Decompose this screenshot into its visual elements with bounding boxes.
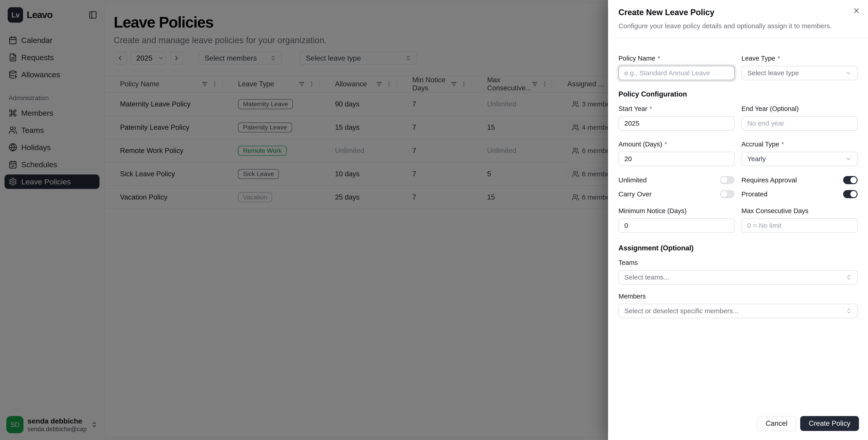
minimum-notice-field: Minimum Notice (Days) xyxy=(618,207,735,233)
field-label: Members xyxy=(618,293,646,300)
switch-knob xyxy=(850,177,857,183)
required-asterisk: * xyxy=(649,105,652,113)
prorated-switch[interactable] xyxy=(843,190,858,198)
prorated-toggle-row: Prorated xyxy=(741,190,858,198)
field-label: Max Consecutive Days xyxy=(741,207,809,215)
policy-name-input[interactable] xyxy=(618,66,735,80)
max-consecutive-field: Max Consecutive Days xyxy=(741,207,858,233)
chevrons-up-down-icon xyxy=(846,274,852,280)
end-year-input[interactable] xyxy=(741,116,858,131)
create-policy-button[interactable]: Create Policy xyxy=(800,416,859,431)
start-year-field: Start Year* xyxy=(618,105,735,131)
field-label: End Year (Optional) xyxy=(741,105,799,113)
members-field: Members Select or deselect specific memb… xyxy=(618,293,858,318)
required-asterisk: * xyxy=(664,140,667,148)
required-asterisk: * xyxy=(657,55,660,62)
requires-approval-switch[interactable] xyxy=(843,176,858,184)
teams-select[interactable]: Select teams... xyxy=(618,270,858,285)
toggle-label: Unlimited xyxy=(618,176,647,184)
chevron-down-icon xyxy=(845,70,852,76)
panel-title: Create New Leave Policy xyxy=(618,8,858,17)
field-label: Leave Type xyxy=(741,55,775,62)
leave-type-field: Leave Type* Select leave type xyxy=(741,55,858,80)
required-asterisk: * xyxy=(777,55,780,62)
switch-knob xyxy=(721,177,727,183)
field-label: Amount (Days) xyxy=(618,140,662,148)
accrual-type-field: Accrual Type* Yearly xyxy=(741,140,858,166)
section-policy-configuration: Policy Configuration xyxy=(618,90,858,98)
field-label: Accrual Type xyxy=(741,140,779,148)
panel-subtitle: Configure your leave policy details and … xyxy=(618,22,858,30)
toggle-label: Prorated xyxy=(741,190,767,198)
minimum-notice-input[interactable] xyxy=(618,218,735,233)
start-year-input[interactable] xyxy=(618,116,735,131)
policy-name-field: Policy Name* xyxy=(618,55,735,80)
amount-days-field: Amount (Days)* xyxy=(618,140,735,166)
carry-over-toggle-row: Carry Over xyxy=(618,190,735,198)
toggle-label: Requires Approval xyxy=(741,176,797,184)
cancel-button[interactable]: Cancel xyxy=(757,416,796,431)
leave-type-select-value: Select leave type xyxy=(747,69,799,77)
unlimited-switch[interactable] xyxy=(720,176,735,184)
amount-days-input[interactable] xyxy=(618,152,735,166)
panel-form: Policy Name* Leave Type* Select leave ty… xyxy=(608,38,868,408)
chevrons-up-down-icon xyxy=(846,308,852,314)
leave-type-select[interactable]: Select leave type xyxy=(741,66,858,80)
end-year-field: End Year (Optional) xyxy=(741,105,858,131)
requires-approval-toggle-row: Requires Approval xyxy=(741,176,858,184)
carry-over-switch[interactable] xyxy=(720,190,735,198)
field-label: Teams xyxy=(618,259,638,266)
accrual-type-select-value: Yearly xyxy=(747,155,766,163)
max-consecutive-input[interactable] xyxy=(741,218,858,233)
accrual-type-select[interactable]: Yearly xyxy=(741,152,858,166)
switch-knob xyxy=(721,191,727,197)
panel-footer: Cancel Create Policy xyxy=(608,408,868,440)
switch-knob xyxy=(850,191,857,197)
field-label: Start Year xyxy=(618,105,647,113)
panel-header: Create New Leave Policy Configure your l… xyxy=(608,0,868,38)
field-label: Policy Name xyxy=(618,55,655,62)
members-select[interactable]: Select or deselect specific members... xyxy=(618,304,858,318)
unlimited-toggle-row: Unlimited xyxy=(618,176,735,184)
required-asterisk: * xyxy=(781,140,784,148)
create-policy-panel: Create New Leave Policy Configure your l… xyxy=(608,0,868,440)
toggle-label: Carry Over xyxy=(618,190,652,198)
section-assignment: Assignment (Optional) xyxy=(618,244,858,252)
teams-select-placeholder: Select teams... xyxy=(624,274,669,281)
field-label: Minimum Notice (Days) xyxy=(618,207,686,215)
chevron-down-icon xyxy=(845,156,852,162)
close-icon[interactable] xyxy=(851,5,862,16)
teams-field: Teams Select teams... xyxy=(618,259,858,285)
members-select-placeholder: Select or deselect specific members... xyxy=(624,307,739,315)
